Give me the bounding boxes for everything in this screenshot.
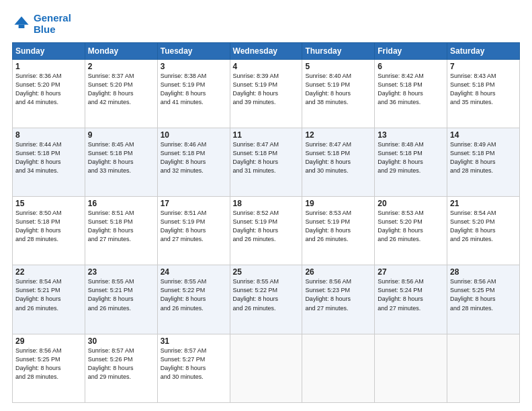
day-number: 6 <box>378 62 444 71</box>
day-number: 8 <box>15 130 82 140</box>
day-number: 23 <box>88 267 154 277</box>
calendar-cell: 27 Sunrise: 8:56 AMSunset: 5:24 PMDaylig… <box>375 265 447 334</box>
day-info: Sunrise: 8:42 AMSunset: 5:18 PMDaylight:… <box>378 72 444 107</box>
header: General Blue <box>12 12 520 36</box>
day-info: Sunrise: 8:54 AMSunset: 5:21 PMDaylight:… <box>15 277 82 312</box>
calendar-body: 1 Sunrise: 8:36 AMSunset: 5:20 PMDayligh… <box>13 59 520 403</box>
day-number: 4 <box>233 62 300 71</box>
day-info: Sunrise: 8:55 AMSunset: 5:22 PMDaylight:… <box>233 277 300 312</box>
day-info: Sunrise: 8:52 AMSunset: 5:19 PMDaylight:… <box>233 209 300 244</box>
day-info: Sunrise: 8:50 AMSunset: 5:18 PMDaylight:… <box>15 209 82 244</box>
day-info: Sunrise: 8:56 AMSunset: 5:23 PMDaylight:… <box>305 277 371 312</box>
day-info: Sunrise: 8:38 AMSunset: 5:19 PMDaylight:… <box>161 72 227 107</box>
svg-rect-1 <box>19 25 25 28</box>
calendar-cell: 17 Sunrise: 8:51 AMSunset: 5:19 PMDaylig… <box>157 197 230 265</box>
day-number: 5 <box>305 62 371 71</box>
calendar-header: Sunday Monday Tuesday Wednesday Thursday… <box>13 42 520 59</box>
calendar-cell: 2 Sunrise: 8:37 AMSunset: 5:20 PMDayligh… <box>85 59 157 128</box>
day-info: Sunrise: 8:55 AMSunset: 5:22 PMDaylight:… <box>161 277 227 312</box>
calendar-cell: 14 Sunrise: 8:49 AMSunset: 5:18 PMDaylig… <box>447 128 520 196</box>
calendar-cell: 1 Sunrise: 8:36 AMSunset: 5:20 PMDayligh… <box>13 59 85 128</box>
calendar-cell: 30 Sunrise: 8:57 AMSunset: 5:26 PMDaylig… <box>85 334 157 402</box>
calendar-cell: 18 Sunrise: 8:52 AMSunset: 5:19 PMDaylig… <box>230 197 302 265</box>
calendar-week-row: 1 Sunrise: 8:36 AMSunset: 5:20 PMDayligh… <box>13 59 520 128</box>
day-number: 11 <box>233 130 300 140</box>
calendar-cell <box>230 334 302 402</box>
calendar-week-row: 8 Sunrise: 8:44 AMSunset: 5:18 PMDayligh… <box>13 128 520 196</box>
calendar-week-row: 15 Sunrise: 8:50 AMSunset: 5:18 PMDaylig… <box>13 197 520 265</box>
day-info: Sunrise: 8:57 AMSunset: 5:26 PMDaylight:… <box>88 347 154 381</box>
day-info: Sunrise: 8:47 AMSunset: 5:18 PMDaylight:… <box>233 140 300 175</box>
day-number: 22 <box>15 267 82 277</box>
day-number: 16 <box>88 199 154 208</box>
day-info: Sunrise: 8:40 AMSunset: 5:19 PMDaylight:… <box>305 72 371 107</box>
calendar-cell: 25 Sunrise: 8:55 AMSunset: 5:22 PMDaylig… <box>230 265 302 334</box>
day-info: Sunrise: 8:49 AMSunset: 5:18 PMDaylight:… <box>450 140 517 175</box>
calendar-table: Sunday Monday Tuesday Wednesday Thursday… <box>12 42 520 404</box>
day-info: Sunrise: 8:43 AMSunset: 5:18 PMDaylight:… <box>450 72 517 107</box>
day-info: Sunrise: 8:36 AMSunset: 5:20 PMDaylight:… <box>15 72 82 107</box>
day-number: 7 <box>450 62 517 71</box>
calendar-cell: 13 Sunrise: 8:48 AMSunset: 5:18 PMDaylig… <box>375 128 447 196</box>
day-info: Sunrise: 8:39 AMSunset: 5:19 PMDaylight:… <box>233 72 300 107</box>
svg-marker-0 <box>15 17 29 25</box>
header-thursday: Thursday <box>302 42 375 59</box>
day-info: Sunrise: 8:51 AMSunset: 5:19 PMDaylight:… <box>161 209 227 244</box>
logo-icon <box>12 14 31 33</box>
calendar-page: General Blue Sunday Monday Tuesday Wedne… <box>0 0 532 411</box>
day-number: 17 <box>161 199 227 208</box>
logo: General Blue <box>12 12 71 36</box>
header-sunday: Sunday <box>13 42 85 59</box>
calendar-cell: 5 Sunrise: 8:40 AMSunset: 5:19 PMDayligh… <box>302 59 375 128</box>
calendar-cell: 3 Sunrise: 8:38 AMSunset: 5:19 PMDayligh… <box>157 59 230 128</box>
calendar-cell: 23 Sunrise: 8:55 AMSunset: 5:21 PMDaylig… <box>85 265 157 334</box>
day-number: 24 <box>161 267 227 277</box>
day-number: 18 <box>233 199 300 208</box>
day-info: Sunrise: 8:44 AMSunset: 5:18 PMDaylight:… <box>15 140 82 175</box>
header-tuesday: Tuesday <box>157 42 230 59</box>
day-number: 30 <box>88 336 154 346</box>
calendar-cell: 7 Sunrise: 8:43 AMSunset: 5:18 PMDayligh… <box>447 59 520 128</box>
calendar-cell: 24 Sunrise: 8:55 AMSunset: 5:22 PMDaylig… <box>157 265 230 334</box>
day-info: Sunrise: 8:56 AMSunset: 5:24 PMDaylight:… <box>378 277 444 312</box>
calendar-cell: 29 Sunrise: 8:56 AMSunset: 5:25 PMDaylig… <box>13 334 85 402</box>
calendar-cell: 4 Sunrise: 8:39 AMSunset: 5:19 PMDayligh… <box>230 59 302 128</box>
calendar-cell: 12 Sunrise: 8:47 AMSunset: 5:18 PMDaylig… <box>302 128 375 196</box>
calendar-week-row: 22 Sunrise: 8:54 AMSunset: 5:21 PMDaylig… <box>13 265 520 334</box>
day-info: Sunrise: 8:53 AMSunset: 5:20 PMDaylight:… <box>378 209 444 244</box>
day-info: Sunrise: 8:37 AMSunset: 5:20 PMDaylight:… <box>88 72 154 107</box>
day-number: 21 <box>450 199 517 208</box>
day-number: 9 <box>88 130 154 140</box>
calendar-cell: 20 Sunrise: 8:53 AMSunset: 5:20 PMDaylig… <box>375 197 447 265</box>
day-info: Sunrise: 8:47 AMSunset: 5:18 PMDaylight:… <box>305 140 371 175</box>
header-saturday: Saturday <box>447 42 520 59</box>
weekday-header-row: Sunday Monday Tuesday Wednesday Thursday… <box>13 42 520 59</box>
day-number: 15 <box>15 199 82 208</box>
logo-text: General Blue <box>34 12 71 36</box>
header-monday: Monday <box>85 42 157 59</box>
calendar-cell: 10 Sunrise: 8:46 AMSunset: 5:18 PMDaylig… <box>157 128 230 196</box>
day-number: 10 <box>161 130 227 140</box>
calendar-cell: 6 Sunrise: 8:42 AMSunset: 5:18 PMDayligh… <box>375 59 447 128</box>
calendar-cell: 16 Sunrise: 8:51 AMSunset: 5:18 PMDaylig… <box>85 197 157 265</box>
day-info: Sunrise: 8:46 AMSunset: 5:18 PMDaylight:… <box>161 140 227 175</box>
calendar-cell: 19 Sunrise: 8:53 AMSunset: 5:19 PMDaylig… <box>302 197 375 265</box>
day-number: 12 <box>305 130 371 140</box>
calendar-cell: 31 Sunrise: 8:57 AMSunset: 5:27 PMDaylig… <box>157 334 230 402</box>
calendar-cell: 26 Sunrise: 8:56 AMSunset: 5:23 PMDaylig… <box>302 265 375 334</box>
day-number: 13 <box>378 130 444 140</box>
day-info: Sunrise: 8:57 AMSunset: 5:27 PMDaylight:… <box>161 347 227 381</box>
day-info: Sunrise: 8:55 AMSunset: 5:21 PMDaylight:… <box>88 277 154 312</box>
calendar-cell <box>447 334 520 402</box>
calendar-cell: 21 Sunrise: 8:54 AMSunset: 5:20 PMDaylig… <box>447 197 520 265</box>
day-number: 14 <box>450 130 517 140</box>
day-number: 29 <box>15 336 82 346</box>
day-number: 2 <box>88 62 154 71</box>
calendar-cell: 11 Sunrise: 8:47 AMSunset: 5:18 PMDaylig… <box>230 128 302 196</box>
calendar-cell: 8 Sunrise: 8:44 AMSunset: 5:18 PMDayligh… <box>13 128 85 196</box>
day-number: 31 <box>161 336 227 346</box>
calendar-cell: 28 Sunrise: 8:56 AMSunset: 5:25 PMDaylig… <box>447 265 520 334</box>
day-info: Sunrise: 8:56 AMSunset: 5:25 PMDaylight:… <box>450 277 517 312</box>
day-info: Sunrise: 8:48 AMSunset: 5:18 PMDaylight:… <box>378 140 444 175</box>
calendar-week-row: 29 Sunrise: 8:56 AMSunset: 5:25 PMDaylig… <box>13 334 520 402</box>
